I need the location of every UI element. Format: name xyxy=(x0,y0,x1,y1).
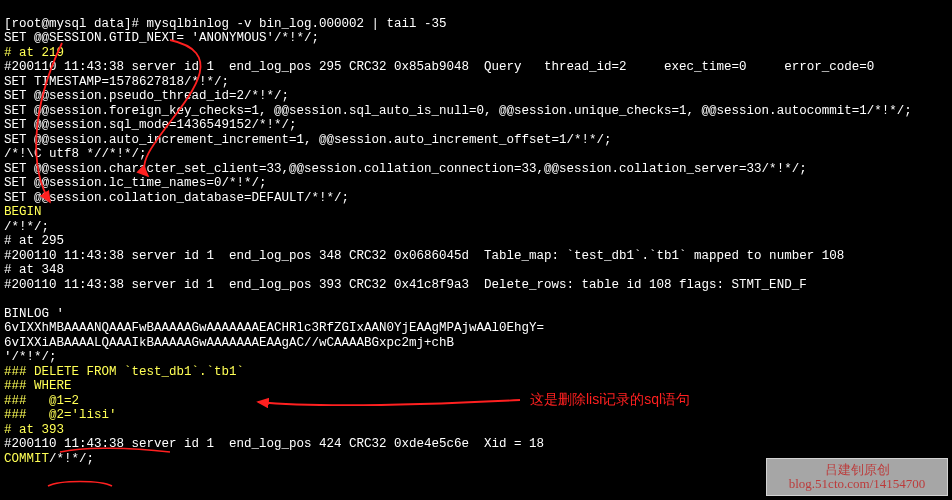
out-line: SET TIMESTAMP=1578627818/*!*/; xyxy=(4,75,229,89)
out-delete: ### DELETE FROM `test_db1`.`tb1` xyxy=(4,365,244,379)
annotation-delete-sql: 这是删除lisi记录的sql语句 xyxy=(530,392,690,407)
watermark: 吕建钊原创 blog.51cto.com/14154700 xyxy=(766,458,948,496)
out-line: SET @@session.pseudo_thread_id=2/*!*/; xyxy=(4,89,289,103)
out-line: BINLOG ' xyxy=(4,307,64,321)
out-line: SET @@session.character_set_client=33,@@… xyxy=(4,162,807,176)
watermark-author: 吕建钊原创 xyxy=(767,463,947,478)
out-at393: # at 393 xyxy=(4,423,64,437)
out-line: SET @@session.foreign_key_checks=1, @@se… xyxy=(4,104,912,118)
out-line: #200110 11:43:38 server id 1 end_log_pos… xyxy=(4,60,874,74)
out-col2: ### @2='lisi' xyxy=(4,408,117,422)
terminal-output: [root@mysql data]# mysqlbinlog -v bin_lo… xyxy=(0,0,952,468)
shell-prompt: [root@mysql data]# mysqlbinlog -v bin_lo… xyxy=(4,17,447,31)
out-line-at219: # at 219 xyxy=(4,46,64,60)
out-line: SET @@session.lc_time_names=0/*!*/; xyxy=(4,176,267,190)
out-col1: ### @1=2 xyxy=(4,394,79,408)
out-line: # at 295 xyxy=(4,234,64,248)
out-line: #200110 11:43:38 server id 1 end_log_pos… xyxy=(4,249,844,263)
out-line: SET @@session.collation_database=DEFAULT… xyxy=(4,191,349,205)
out-line: 6vIXXiABAAAALQAAAIkBAAAAAGwAAAAAAAEAAgAC… xyxy=(4,336,454,350)
out-where: ### WHERE xyxy=(4,379,72,393)
out-line: SET @@session.auto_increment_increment=1… xyxy=(4,133,612,147)
out-line: 6vIXXhMBAAAANQAAAFwBAAAAAGwAAAAAAAEACHRl… xyxy=(4,321,544,335)
out-line: #200110 11:43:38 server id 1 end_log_pos… xyxy=(4,437,544,451)
out-commit-tail: /*!*/; xyxy=(49,452,94,466)
out-commit: COMMIT xyxy=(4,452,49,466)
out-begin: BEGIN xyxy=(4,205,42,219)
watermark-url: blog.51cto.com/14154700 xyxy=(767,477,947,492)
out-line: /*!\C utf8 *//*!*/; xyxy=(4,147,147,161)
out-line: # at 348 xyxy=(4,263,64,277)
out-line: '/*!*/; xyxy=(4,350,57,364)
out-line: SET @@SESSION.GTID_NEXT= 'ANONYMOUS'/*!*… xyxy=(4,31,319,45)
out-line: #200110 11:43:38 server id 1 end_log_pos… xyxy=(4,278,807,292)
out-line: SET @@session.sql_mode=1436549152/*!*/; xyxy=(4,118,297,132)
out-line: /*!*/; xyxy=(4,220,49,234)
